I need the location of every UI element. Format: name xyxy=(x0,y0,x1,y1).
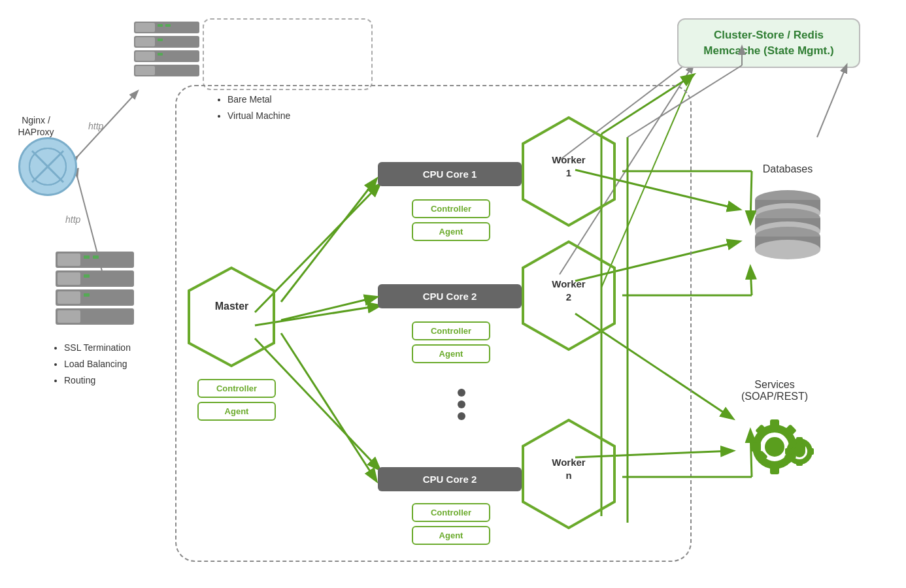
svg-rect-59 xyxy=(750,442,761,451)
nginx-label: Nginx /HAProxy xyxy=(3,114,69,138)
svg-point-54 xyxy=(755,240,820,259)
worker2-label: Worker2 xyxy=(516,278,621,303)
cluster-store-title: Cluster-Store / RedisMemcache (State Mgm… xyxy=(689,27,848,59)
services-section: Services(SOAP/REST) xyxy=(732,379,817,482)
http-label-1: http xyxy=(88,121,103,131)
svg-rect-68 xyxy=(796,459,803,466)
bare-metal-box xyxy=(203,18,373,90)
svg-line-80 xyxy=(817,65,847,137)
cpu-core-n: CPU Core 2 xyxy=(378,467,522,491)
services-icon xyxy=(732,408,817,480)
svg-rect-26 xyxy=(135,52,155,61)
svg-marker-42 xyxy=(189,268,274,366)
master-ctrl-agent: Controller Agent xyxy=(197,379,276,421)
master-label: Master xyxy=(184,301,279,312)
workern-controller: Controller xyxy=(412,503,490,522)
server-top-icon xyxy=(127,18,206,84)
dot-1 xyxy=(458,389,465,397)
svg-point-56 xyxy=(765,437,784,457)
worker2-agent: Agent xyxy=(412,344,490,363)
load-balancer-labels: SSL Termination Load Balancing Routing xyxy=(52,340,131,389)
nginx-circle xyxy=(18,137,77,196)
master-agent: Agent xyxy=(197,402,276,421)
workern-label: Workern xyxy=(516,456,621,482)
svg-rect-35 xyxy=(58,272,80,285)
worker-dots xyxy=(458,389,465,420)
bare-metal-server xyxy=(127,18,206,86)
svg-point-66 xyxy=(794,446,805,457)
worker1-ctrl-agent: Controller Agent xyxy=(412,199,490,241)
svg-line-82 xyxy=(750,268,752,295)
svg-line-0 xyxy=(77,91,137,157)
svg-rect-23 xyxy=(135,37,155,46)
svg-rect-39 xyxy=(84,293,90,297)
svg-rect-21 xyxy=(165,24,171,27)
databases-icon xyxy=(748,180,827,265)
svg-rect-41 xyxy=(58,310,80,323)
master-controller: Controller xyxy=(197,379,276,398)
svg-rect-58 xyxy=(770,464,779,474)
master-hex-icon xyxy=(184,265,279,369)
svg-rect-27 xyxy=(158,53,163,56)
svg-rect-29 xyxy=(135,66,155,75)
worker1-hex-container: Worker1 xyxy=(516,114,621,229)
workern-agent: Agent xyxy=(412,526,490,545)
dot-2 xyxy=(458,400,465,408)
svg-rect-20 xyxy=(158,24,163,27)
svg-rect-70 xyxy=(807,448,814,455)
services-label: Services(SOAP/REST) xyxy=(732,379,817,402)
worker1-controller: Controller xyxy=(412,199,490,218)
workern-hex-container: Workern xyxy=(516,417,621,531)
load-balancer-server xyxy=(52,248,137,329)
worker2-ctrl-agent: Controller Agent xyxy=(412,321,490,363)
cluster-store: Cluster-Store / RedisMemcache (State Mgm… xyxy=(677,18,860,68)
databases-label: Databases xyxy=(748,163,827,175)
svg-rect-19 xyxy=(135,23,155,32)
worker2-controller: Controller xyxy=(412,321,490,340)
server-bottom-icon xyxy=(52,248,137,327)
worker2-hex-container: Worker2 xyxy=(516,238,621,353)
svg-rect-57 xyxy=(770,419,779,430)
databases-section: Databases xyxy=(748,163,827,268)
svg-rect-33 xyxy=(93,255,99,259)
svg-rect-67 xyxy=(796,437,803,444)
http-label-2: http xyxy=(65,214,80,225)
worker1-agent: Agent xyxy=(412,222,490,241)
svg-rect-32 xyxy=(84,255,90,259)
dot-3 xyxy=(458,412,465,420)
svg-rect-38 xyxy=(58,291,80,304)
svg-rect-31 xyxy=(58,253,80,266)
cpu-core-1: CPU Core 1 xyxy=(378,162,522,186)
cpu-core-2: CPU Core 2 xyxy=(378,284,522,308)
svg-rect-69 xyxy=(785,448,792,455)
master-hex-container: Master xyxy=(184,265,279,369)
svg-rect-36 xyxy=(84,274,90,278)
workern-ctrl-agent: Controller Agent xyxy=(412,503,490,545)
worker1-label: Worker1 xyxy=(516,154,621,179)
svg-rect-24 xyxy=(158,39,163,41)
nginx-icon xyxy=(28,147,67,186)
diagram: Nginx /HAProxy http http xyxy=(0,0,906,588)
